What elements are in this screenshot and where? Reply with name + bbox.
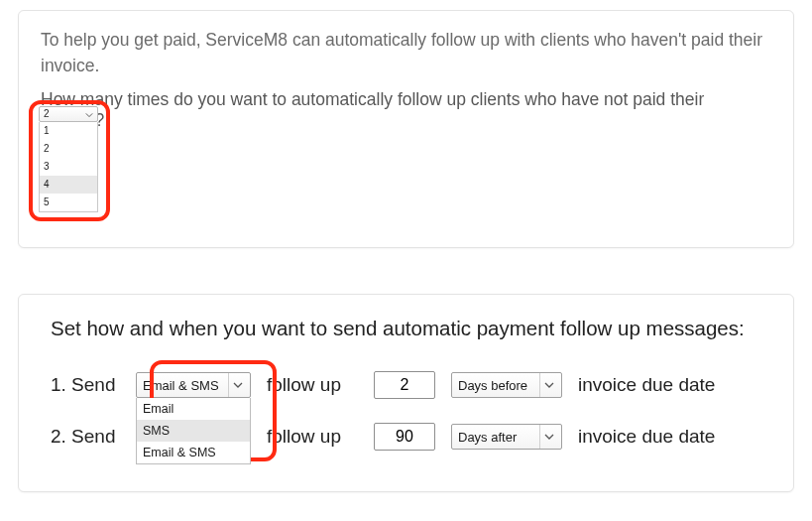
followup-row-1: 1. Send Email & SMS Email SMS Email & SM… <box>51 370 761 400</box>
row1-label: 1. Send <box>51 374 120 396</box>
chevron-down-icon <box>539 373 557 397</box>
count-option-4[interactable]: 4 <box>40 176 97 194</box>
question-text: How many times do you want to automatica… <box>41 89 771 131</box>
chevron-down-icon <box>539 425 557 449</box>
row1-followup-text: follow up <box>267 374 358 396</box>
followup-schedule-card: Set how and when you want to send automa… <box>18 294 794 492</box>
method-option-email[interactable]: Email <box>137 398 250 420</box>
row2-label: 2. Send <box>51 426 120 448</box>
chevron-down-icon <box>228 373 246 397</box>
row1-timing-value: Days before <box>458 378 527 393</box>
count-option-3[interactable]: 3 <box>40 158 97 176</box>
followup-count-options: 1 2 3 4 5 <box>39 122 98 212</box>
chevron-down-icon <box>83 110 95 120</box>
row2-due-text: invoice due date <box>578 426 715 448</box>
followup-count-select[interactable]: 2 <box>39 106 98 122</box>
followup-count-value: 2 <box>44 108 50 119</box>
method-option-both[interactable]: Email & SMS <box>137 442 250 463</box>
row2-timing-value: Days after <box>458 430 517 445</box>
schedule-heading: Set how and when you want to send automa… <box>51 317 761 340</box>
row2-followup-text: follow up <box>267 426 358 448</box>
method-option-sms[interactable]: SMS <box>137 420 250 442</box>
count-option-2[interactable]: 2 <box>40 140 97 158</box>
row2-timing-select[interactable]: Days after <box>451 424 562 450</box>
row1-method-wrap: Email & SMS Email SMS Email & SMS <box>136 372 251 398</box>
count-option-5[interactable]: 5 <box>40 194 97 211</box>
followup-count-select-wrap: 2 1 2 3 4 5 <box>39 106 98 212</box>
followup-count-card: To help you get paid, ServiceM8 can auto… <box>18 10 794 248</box>
row1-method-value: Email & SMS <box>143 378 219 393</box>
count-option-1[interactable]: 1 <box>40 122 97 140</box>
row1-method-select[interactable]: Email & SMS <box>136 372 251 398</box>
row1-timing-select[interactable]: Days before <box>451 372 562 398</box>
row1-due-text: invoice due date <box>578 374 715 396</box>
row1-method-options: Email SMS Email & SMS <box>136 398 251 464</box>
row2-days-input[interactable] <box>374 423 435 451</box>
row1-days-input[interactable] <box>374 371 435 399</box>
intro-text: To help you get paid, ServiceM8 can auto… <box>41 27 771 79</box>
